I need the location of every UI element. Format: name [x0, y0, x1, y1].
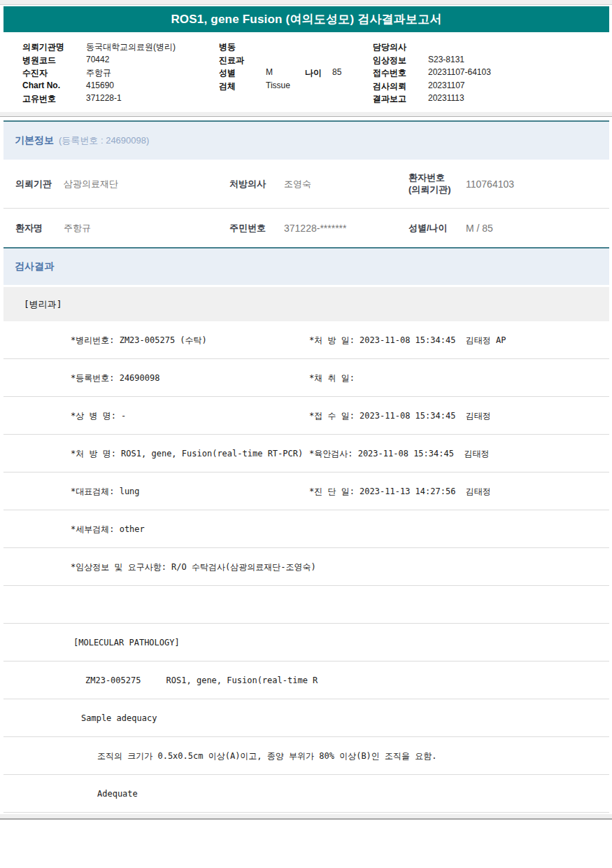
label-test-request-date: 검사의뢰	[373, 80, 406, 92]
label-chart-no: Chart No.	[22, 80, 60, 90]
result-row-prescription-name: *처 방 명: ROS1, gene, Fusion(real-time RT-…	[3, 435, 609, 472]
label-patient-no-line2: (의뢰기관)	[408, 185, 451, 195]
result-cell: *채 취 일:	[309, 372, 355, 384]
label-requesting-org-name: 의뢰기관명	[22, 41, 64, 53]
basic-info-registration-no: (등록번호 : 24690098)	[59, 134, 149, 147]
value-prescribing-doctor: 조영숙	[284, 178, 311, 190]
result-row-test-item: ZM23-005275 ROS1, gene, Fusion(real-time…	[3, 662, 609, 699]
result-cell: *처 방 명: ROS1, gene, Fusion(real-time RT-…	[71, 447, 303, 459]
label-unique-no: 고유번호	[22, 93, 56, 105]
label-receipt-no: 접수번호	[373, 67, 406, 79]
value-age: 85	[332, 67, 341, 77]
label-sex-age: 성별/나이	[408, 222, 448, 234]
label-resident-no: 주민번호	[229, 222, 266, 234]
result-row-diagnosis-name: *상 병 명: - *접 수 일: 2023-11-08 15:34:45 김태…	[3, 397, 609, 435]
value-requesting-org: 삼광의료재단	[64, 178, 118, 190]
value-sex-age: M / 85	[466, 223, 493, 234]
result-cell: *대표검체: lung	[71, 485, 140, 497]
result-cell: *임상정보 및 요구사항: R/O 수탁검사(삼광의료재단-조영숙)	[71, 561, 316, 573]
label-prescribing-doctor: 처방의사	[229, 178, 266, 190]
department-bar: [병리과]	[3, 287, 609, 321]
result-row-pathology-no: *병리번호: ZM23-005275 (수탁) *처 방 일: 2023-11-…	[3, 321, 609, 359]
value-patient-name: 주항규	[64, 222, 91, 234]
result-row-main-specimen: *대표검체: lung *진 단 일: 2023-11-13 14:27:56 …	[3, 472, 609, 510]
label-age: 나이	[305, 67, 322, 79]
result-cell: *접 수 일: 2023-11-08 15:34:45 김태정	[309, 410, 491, 421]
result-cell: *육안검사: 2023-11-08 15:34:45 김태정	[309, 447, 489, 459]
page-top-strip	[0, 0, 612, 5]
value-chart-no: 415690	[86, 80, 114, 90]
result-row-adequacy-criteria: 조직의 크기가 0.5x0.5cm 이상(A)이고, 종양 부위가 80% 이상…	[3, 737, 609, 775]
result-row-clinical-request: *임상정보 및 요구사항: R/O 수탁검사(삼광의료재단-조영숙)	[3, 548, 609, 586]
label-attending-doctor: 담당의사	[373, 41, 406, 53]
value-test-request-date: 20231107	[428, 80, 465, 90]
result-cell: ZM23-005275 ROS1, gene, Fusion(real-time…	[85, 676, 318, 685]
label-ward: 병동	[219, 41, 236, 53]
value-result-report-date: 20231113	[428, 93, 464, 103]
basic-info-row-2: 환자명 주항규 주민번호 371228-******* 성별/나이 M / 85	[3, 209, 609, 247]
section-basic-info-header: 기본정보 (등록번호 : 24690098)	[3, 120, 609, 160]
department-name: [병리과]	[24, 298, 62, 311]
result-cell: [MOLECULAR PATHOLOGY]	[73, 638, 180, 648]
label-patient-no: 환자번호(의뢰기관)	[408, 172, 451, 196]
value-requesting-org-name: 동국대학교의료원(병리)	[86, 41, 176, 53]
value-unique-no: 371228-1	[86, 93, 122, 103]
label-specimen: 검체	[219, 80, 236, 92]
result-cell: Sample adequacy	[81, 713, 157, 723]
section-results-header: 검사결과	[3, 247, 609, 285]
basic-info-title: 기본정보	[15, 134, 54, 147]
value-clinical-info: S23-8131	[428, 55, 464, 64]
value-sex: M	[266, 67, 273, 77]
result-cell: *처 방 일: 2023-11-08 15:34:45 김태정 AP	[309, 334, 506, 346]
result-row-sample-adequacy-heading: Sample adequacy	[3, 699, 609, 737]
label-sex: 성별	[219, 67, 236, 79]
value-examinee: 주항규	[86, 67, 111, 79]
result-cell: *병리번호: ZM23-005275 (수탁)	[71, 334, 207, 346]
label-patient-no-line1: 환자번호	[408, 172, 445, 183]
value-receipt-no: 20231107-64103	[428, 67, 491, 77]
report-title-bar: ROS1, gene Fusion (여의도성모) 검사결과보고서	[3, 6, 609, 32]
result-row-sub-specimen: *세부검체: other	[3, 510, 609, 548]
result-cell: *진 단 일: 2023-11-13 14:27:56 김태정	[309, 485, 491, 497]
result-cell: *세부검체: other	[71, 523, 145, 535]
value-specimen: Tissue	[266, 80, 290, 90]
result-cell: Adequate	[97, 789, 138, 799]
result-row-registration-no: *등록번호: 24690098 *채 취 일:	[3, 359, 609, 397]
result-rows: *병리번호: ZM23-005275 (수탁) *처 방 일: 2023-11-…	[3, 321, 609, 813]
label-department: 진료과	[219, 55, 244, 66]
label-hospital-code: 병원코드	[22, 55, 56, 66]
value-resident-no: 371228-*******	[284, 223, 347, 234]
result-cell: 조직의 크기가 0.5x0.5cm 이상(A)이고, 종양 부위가 80% 이상…	[97, 750, 437, 762]
value-hospital-code: 70442	[86, 55, 109, 64]
basic-info-row-1: 의뢰기관 삼광의료재단 처방의사 조영숙 환자번호(의뢰기관) 11076410…	[3, 160, 609, 209]
page-end-strip	[0, 814, 612, 820]
result-row-molecular-pathology-heading: [MOLECULAR PATHOLOGY]	[3, 624, 609, 662]
report-title: ROS1, gene Fusion (여의도성모) 검사결과보고서	[171, 11, 441, 27]
result-cell: *상 병 명: -	[71, 410, 126, 421]
label-requesting-org: 의뢰기관	[15, 178, 52, 190]
label-result-report-date: 결과보고	[373, 93, 406, 105]
label-clinical-info: 임상정보	[373, 55, 406, 66]
label-patient-name: 환자명	[15, 222, 43, 234]
header-divider-strip	[0, 112, 612, 117]
result-row-adequacy-result: Adequate	[3, 775, 609, 813]
result-cell: *등록번호: 24690098	[71, 372, 159, 384]
patient-header: 의뢰기관명 동국대학교의료원(병리) 병원코드 70442 수진자 주항규 Ch…	[0, 33, 612, 112]
results-title: 검사결과	[15, 260, 54, 273]
value-patient-no: 110764103	[466, 178, 514, 190]
result-row-empty	[3, 586, 609, 624]
label-examinee: 수진자	[22, 67, 48, 79]
